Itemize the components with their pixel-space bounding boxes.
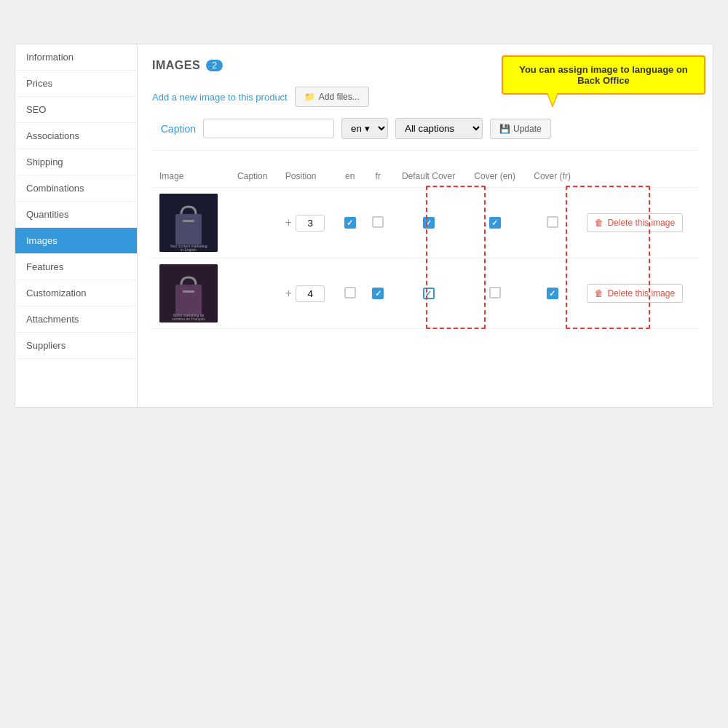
sidebar-item-attachments[interactable]: Attachments [15, 306, 137, 333]
sidebar-item-images[interactable]: Images [15, 228, 137, 254]
cell-position-1: + [278, 188, 336, 258]
svg-rect-7 [183, 290, 194, 293]
image-thumbnail-1: Your content marketing in English [159, 194, 218, 252]
drag-handle-2[interactable]: + [285, 287, 292, 300]
cell-caption-2 [230, 258, 278, 329]
checkbox-cover-fr-1[interactable] [547, 216, 558, 228]
sidebar-item-customization[interactable]: Customization [15, 280, 137, 306]
checkbox-fr-1[interactable] [372, 216, 384, 228]
svg-text:contenu en Français: contenu en Français [172, 317, 205, 321]
delete-image-button-1[interactable]: 🗑 Delete this image [587, 213, 683, 232]
delete-image-button-2[interactable]: 🗑 Delete this image [587, 284, 683, 303]
update-button[interactable]: 💾 Update [490, 119, 551, 139]
col-header-actions [579, 165, 698, 188]
checkbox-cover-fr-2[interactable] [547, 288, 558, 299]
sidebar-item-combinations[interactable]: Combinations [15, 175, 137, 202]
add-image-button[interactable]: Add a new image to this product [152, 92, 288, 103]
save-icon: 💾 [499, 124, 510, 134]
col-header-default-cover: Default Cover [392, 165, 465, 188]
cell-cover-en-2 [465, 258, 525, 329]
svg-rect-6 [175, 285, 202, 315]
section-title: IMAGES [152, 59, 200, 72]
cell-default-cover-1 [392, 188, 465, 258]
language-select[interactable]: en ▾ [341, 118, 388, 139]
table-row: Your content marketing in English + [152, 188, 698, 258]
sidebar-item-prices[interactable]: Prices [15, 71, 137, 97]
cell-image-2: Notre marketing de contenu en Français [152, 258, 230, 329]
checkbox-cover-en-2[interactable] [489, 287, 501, 298]
checkbox-en-2[interactable] [344, 287, 356, 298]
cell-default-cover-2 [392, 258, 465, 329]
svg-text:in English: in English [181, 248, 197, 252]
sidebar-item-shipping[interactable]: Shipping [15, 149, 137, 175]
cell-cover-en-1 [465, 188, 525, 258]
col-header-cover-en: Cover (en) [465, 165, 525, 188]
sidebar-item-features[interactable]: Features [15, 254, 137, 280]
col-header-position: Position [278, 165, 336, 188]
col-header-en: en [336, 165, 364, 188]
caption-label: Caption [152, 123, 196, 135]
checkbox-fr-2[interactable] [372, 288, 384, 299]
cell-cover-fr-1 [525, 188, 580, 258]
cell-en-1 [336, 188, 364, 258]
sidebar-item-associations[interactable]: Associations [15, 123, 137, 149]
cell-delete-2: 🗑 Delete this image [579, 258, 698, 329]
sidebar-item-seo[interactable]: SEO [15, 97, 137, 123]
cell-cover-fr-2 [525, 258, 580, 329]
cell-fr-2 [364, 258, 392, 329]
images-section: Image Caption Position en fr Default Cov… [152, 165, 698, 329]
svg-rect-1 [175, 214, 202, 245]
sidebar: Information Prices SEO Associations Ship… [15, 44, 138, 407]
cell-en-2 [336, 258, 364, 329]
caption-row: Caption en ▾ All captions 💾 Update [152, 118, 698, 151]
cell-image-1: Your content marketing in English [152, 188, 230, 258]
svg-rect-2 [183, 220, 194, 222]
table-row: Notre marketing de contenu en Français + [152, 258, 698, 329]
trash-icon-2: 🗑 [595, 288, 604, 298]
cell-fr-1 [364, 188, 392, 258]
cell-delete-1: 🗑 Delete this image [579, 188, 698, 258]
content-area: You can assign image to language on Back… [138, 44, 713, 407]
cell-position-2: + [278, 258, 336, 329]
folder-icon: 📁 [304, 92, 315, 102]
checkbox-en-1[interactable] [344, 217, 356, 229]
images-table: Image Caption Position en fr Default Cov… [152, 165, 698, 329]
position-input-1[interactable] [296, 215, 325, 232]
position-input-2[interactable] [296, 285, 325, 302]
sidebar-item-suppliers[interactable]: Suppliers [15, 333, 137, 359]
drag-handle-1[interactable]: + [285, 216, 292, 229]
add-files-button[interactable]: 📁 Add files... [295, 87, 369, 107]
checkbox-default-cover-2[interactable] [423, 288, 435, 299]
col-header-fr: fr [364, 165, 392, 188]
cell-caption-1 [230, 188, 278, 258]
col-header-cover-fr: Cover (fr) [525, 165, 580, 188]
table-header-row: Image Caption Position en fr Default Cov… [152, 165, 698, 188]
col-header-image: Image [152, 165, 230, 188]
checkbox-default-cover-1[interactable] [423, 217, 435, 229]
tooltip-arrow2 [547, 92, 558, 106]
caption-input[interactable] [203, 119, 334, 138]
sidebar-item-quantities[interactable]: Quantities [15, 202, 137, 228]
sidebar-item-information[interactable]: Information [15, 44, 137, 71]
tooltip-box: You can assign image to language on Back… [502, 55, 705, 95]
image-thumbnail-2: Notre marketing de contenu en Français [159, 264, 218, 323]
checkbox-cover-en-1[interactable] [489, 217, 501, 229]
trash-icon-1: 🗑 [595, 218, 604, 228]
col-header-caption: Caption [230, 165, 278, 188]
image-count-badge: 2 [206, 60, 223, 71]
captions-dropdown[interactable]: All captions [395, 118, 483, 139]
